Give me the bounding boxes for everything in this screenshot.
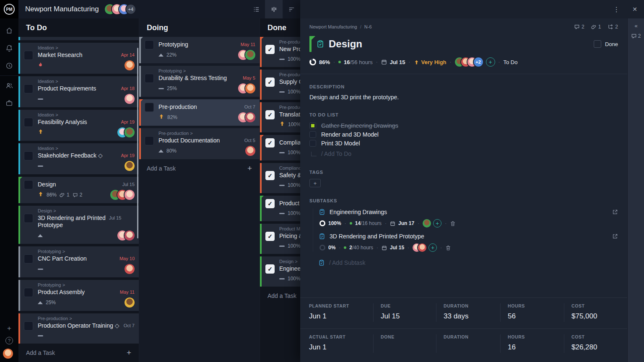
add-tag-button[interactable]: + [309,179,321,187]
task-checkbox-checked[interactable] [265,78,275,87]
close-panel-icon[interactable]: ✕ [632,6,637,13]
task-checkbox[interactable] [24,288,33,297]
open-subtask-icon[interactable] [612,209,618,215]
task-checkbox-checked[interactable] [265,45,275,54]
card-phase-breadcrumb[interactable]: Ideation > [38,146,135,151]
card-phase-breadcrumb[interactable]: Prototyping > [38,249,135,254]
attachments-count[interactable]: 1 [591,24,601,30]
add-todo-input[interactable]: / Add To Do [309,150,618,157]
task-checkbox[interactable] [145,103,154,112]
board-view-icon[interactable] [265,0,283,18]
due-date[interactable]: Jul 15 [390,59,405,65]
task-checkbox[interactable] [24,51,33,60]
task-checkbox-checked[interactable] [265,171,275,180]
attachment-count[interactable]: 1 [60,192,70,198]
filter-icon[interactable] [283,0,300,18]
subtask-item[interactable]: 3D Rendering and Printed Prototype 0% · … [319,233,618,252]
todo-item[interactable]: Render and 3D Model [309,131,618,138]
notifications-bell-icon[interactable] [0,39,18,57]
subtask-avatar-group[interactable]: + [413,243,437,252]
team-users-icon[interactable] [0,77,18,94]
card-phase-breadcrumb[interactable]: Ideation > [38,45,135,51]
open-subtask-icon[interactable] [612,233,618,239]
task-card[interactable]: Ideation > Market Research Apr 14 [18,43,139,74]
task-card-partial[interactable] [18,37,139,40]
task-card[interactable]: Prototyping > Product Assembly May 11 25… [18,280,139,311]
task-checkbox[interactable] [24,84,33,93]
assignee-overflow-badge[interactable]: +2 [474,57,483,67]
todo-checkbox-checked[interactable] [309,122,316,129]
task-checkbox[interactable] [24,254,33,264]
task-card[interactable]: Ideation > Stakeholder Feedback◇ Apr 19 [18,143,139,174]
task-card[interactable]: Design > 3D Rendering and Printed Protot… [18,206,139,244]
recent-clock-icon[interactable] [0,57,18,75]
task-card[interactable]: Ideation > Product Requirements Apr 18 [18,76,139,107]
add-task-button[interactable]: Add a Task+ [139,159,260,178]
subtask-due-date[interactable]: Jun 17 [398,220,414,226]
task-checkbox[interactable] [24,151,33,160]
task-card[interactable]: Prototyping May 11 22% [139,37,260,63]
help-icon[interactable] [5,337,13,344]
list-view-icon[interactable] [247,0,265,18]
subtask-item[interactable]: Engineering Drawings 100% · 14/16 hours … [319,209,618,228]
user-profile-avatar[interactable] [3,349,13,359]
collapse-panel-icon[interactable]: « [634,23,637,29]
description-text[interactable]: Design and 3D print the prototype. [309,94,618,101]
task-card-design[interactable]: Design Jul 15 86% 1 2 [18,177,139,203]
breadcrumb-project[interactable]: Newport Manufacturing [309,24,357,29]
mark-done-control[interactable]: Done [594,40,618,48]
status-value[interactable]: To Do [504,59,518,65]
task-card[interactable]: Prototyping > CNC Part Creation May 10 [18,246,139,277]
todo-checkbox[interactable] [309,140,316,147]
task-checkbox-checked[interactable] [265,232,275,241]
card-phase-breadcrumb[interactable]: Prototyping > [38,282,135,288]
priority-badge[interactable]: Very High [414,59,447,65]
task-card[interactable]: Pre-production > Production Operator Tra… [18,313,139,344]
column-scrollbar[interactable] [137,48,138,238]
add-subtask-input[interactable]: / Add Subtask [318,259,618,266]
card-phase-breadcrumb[interactable]: Ideation > [38,112,135,118]
card-phase-breadcrumb[interactable]: Pre-production > [38,316,135,321]
add-assignee-button[interactable]: + [428,243,437,252]
task-checkbox[interactable] [145,40,154,49]
done-checkbox[interactable] [594,40,601,48]
delete-subtask-icon[interactable] [450,220,456,227]
kebab-menu-icon[interactable]: ⋮ [613,5,620,13]
comments-tab[interactable]: 2 [631,33,641,39]
task-checkbox-checked[interactable] [265,199,275,208]
task-checkbox[interactable] [24,214,33,223]
task-card[interactable]: Pre-production > Product Documentation O… [139,128,260,159]
task-checkbox-checked[interactable] [265,264,275,274]
card-phase-breadcrumb[interactable]: Ideation > [38,79,135,84]
sidebar-add-icon[interactable]: + [7,324,11,333]
portfolio-briefcase-icon[interactable] [0,94,18,112]
card-phase-breadcrumb[interactable]: Prototyping > [158,68,255,74]
home-icon[interactable] [0,22,18,39]
subtask-title[interactable]: Engineering Drawings [330,209,387,215]
card-phase-breadcrumb[interactable]: Design > [38,208,135,214]
task-checkbox[interactable] [24,180,33,189]
assignee-avatar-group[interactable]: +2 + [455,57,495,67]
project-avatar-group[interactable]: +4 [105,4,135,14]
subtask-avatar-group[interactable]: + [423,219,441,228]
task-checkbox[interactable] [24,321,33,331]
task-card-selected[interactable]: Pre-production Oct 7 82% [139,99,260,126]
comments-count[interactable]: 2 [574,24,584,30]
task-checkbox[interactable] [145,74,154,83]
subtask-due-date[interactable]: Jul 15 [390,245,404,251]
task-checkbox-checked[interactable] [265,110,275,119]
task-checkbox-checked[interactable] [265,138,275,147]
task-card[interactable]: Prototyping > Durability & Stress Testin… [139,66,260,97]
add-task-button[interactable]: Add a Task+ [18,344,139,362]
comment-count[interactable]: 2 [73,192,83,198]
todo-item[interactable]: Print 3D Model [309,140,618,147]
card-phase-breadcrumb[interactable]: Pre-production > [158,131,255,136]
add-assignee-button[interactable]: + [486,57,495,67]
avatar-overflow-badge[interactable]: +4 [126,5,135,14]
delete-subtask-icon[interactable] [445,245,451,251]
subtasks-count[interactable]: 2 [608,24,618,30]
task-checkbox[interactable] [24,118,33,127]
task-card[interactable]: Ideation > Feasibility Analysis Apr 19 [18,110,139,141]
todo-item[interactable]: Gather Engineering Drawings [309,122,618,129]
subtask-title[interactable]: 3D Rendering and Printed Prototype [330,233,424,240]
